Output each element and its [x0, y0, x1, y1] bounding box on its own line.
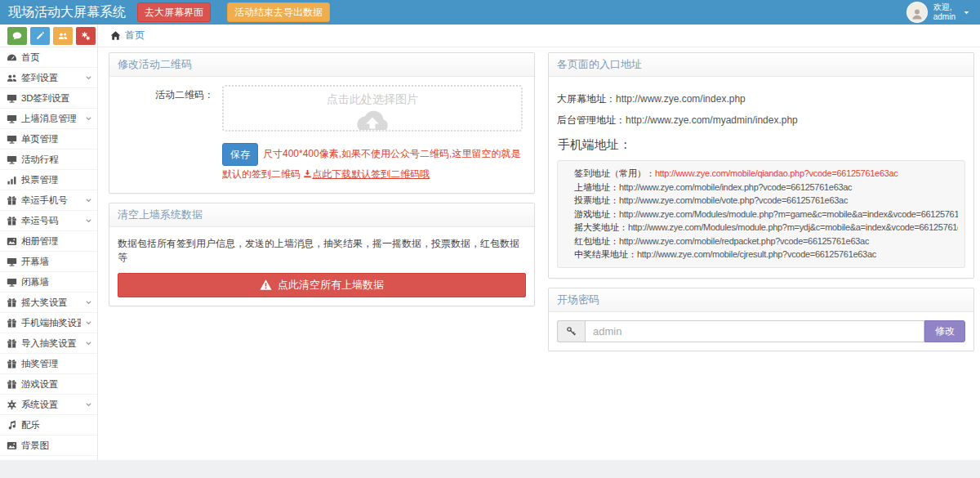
sidebar-item[interactable]: 相册管理: [0, 231, 97, 252]
clear-description: 数据包括所有签到用户信息，发送的上墙消息，抽奖结果，摇一摇数据，投票数据，红包数…: [118, 237, 526, 265]
desktop-icon: [7, 134, 17, 145]
download-default-qr-link[interactable]: 点此下载默认签到二维码哦: [312, 168, 430, 180]
sidebar-item[interactable]: 投票管理: [0, 170, 97, 190]
export-data-button[interactable]: 活动结束去导出数据: [227, 2, 330, 22]
right-column: 各页面的入口地址 大屏幕地址：http://www.zye.com/index.…: [548, 52, 974, 360]
entry-urls-panel: 各页面的入口地址 大屏幕地址：http://www.zye.com/index.…: [548, 52, 974, 279]
admin-url-link[interactable]: http://www.zye.com/myadmin/index.php: [626, 114, 798, 126]
sidebar-item[interactable]: 首页: [0, 47, 97, 68]
caret-down-icon: [963, 9, 970, 16]
sidebar-item[interactable]: 上墙消息管理: [0, 109, 97, 129]
users-icon: [58, 31, 68, 41]
chevron-down-icon: [85, 340, 92, 347]
sidebar-item[interactable]: 幸运手机号: [0, 190, 97, 211]
sidebar-item[interactable]: 背景图: [0, 436, 97, 456]
qr-upload-dropzone[interactable]: 点击此处选择图片: [222, 85, 523, 132]
desktop-icon: [7, 277, 17, 288]
gift-icon: [7, 195, 17, 206]
mobile-url-line: 红包地址：http://www.zye.com/mobile/redpacket…: [574, 235, 958, 248]
save-button[interactable]: 保存: [222, 143, 258, 166]
chevron-down-icon: [85, 299, 92, 306]
sidebar-item[interactable]: 配乐: [0, 415, 97, 436]
sidebar-item[interactable]: 摇大奖设置: [0, 293, 97, 313]
avatar[interactable]: [906, 2, 928, 23]
quick-buttons: [0, 25, 98, 47]
gift-icon: [7, 338, 17, 349]
sidebar-item[interactable]: 手机端抽奖设置: [0, 313, 97, 333]
warning-icon: [260, 279, 272, 291]
sidebar-item[interactable]: 导入抽奖设置: [0, 333, 97, 354]
person-icon: [911, 7, 924, 20]
users-quick-button[interactable]: [53, 27, 73, 45]
sidebar-item[interactable]: 签到设置: [0, 68, 97, 88]
photo-icon: [7, 236, 17, 247]
mobile-urls-box: 签到地址（常用）：http://www.zye.com/mobile/qiand…: [557, 160, 965, 268]
sidebar-item[interactable]: 抽奖管理: [0, 354, 97, 374]
edit-quick-button[interactable]: [30, 27, 50, 45]
mobile-url-line: 签到地址（常用）：http://www.zye.com/mobile/qiand…: [574, 167, 958, 181]
sidebar-item[interactable]: 闭幕墙: [0, 272, 97, 293]
gift-icon: [7, 359, 17, 369]
sidebar-item[interactable]: 系统设置: [0, 395, 97, 415]
users-icon: [7, 73, 17, 83]
user-dropdown[interactable]: 欢迎, admin: [906, 2, 980, 23]
mobile-url-link[interactable]: http://www.zye.com/mobile/vote.php?vcode…: [619, 195, 848, 205]
clear-all-data-button[interactable]: 点此清空所有上墙数据: [118, 273, 526, 297]
go-bigscreen-button[interactable]: 去大屏幕界面: [137, 2, 211, 22]
breadcrumb-home-link[interactable]: 首页: [125, 29, 145, 42]
gift-icon: [7, 379, 17, 390]
chevron-down-icon: [85, 115, 92, 123]
mobile-url-line: 摇大奖地址：http://www.zye.com/Modules/module.…: [574, 221, 958, 235]
mobile-url-line: 游戏地址：http://www.zye.com/Modules/module.p…: [574, 208, 958, 221]
gift-icon: [7, 318, 17, 328]
main-area: 首页 签到设置 3D签到设置 上墙消息管理 单页管理 活动行程 投票管理 幸运手…: [0, 47, 980, 460]
cogs-icon: [81, 31, 91, 41]
message-quick-button[interactable]: [7, 27, 27, 45]
home-icon: [110, 30, 121, 41]
sidebar-item[interactable]: 游戏设置: [0, 374, 97, 395]
mobile-url-link[interactable]: http://www.zye.com/Modules/module.php?m=…: [619, 209, 958, 219]
desktop-icon: [7, 114, 17, 124]
chevron-down-icon: [85, 319, 92, 327]
chevron-down-icon: [85, 197, 92, 204]
mobile-url-link[interactable]: http://www.zye.com/mobile/index.php?vcod…: [619, 182, 852, 192]
cloud-upload-icon: [354, 108, 390, 132]
sidebar-item[interactable]: 单页管理: [0, 129, 97, 150]
opening-password-input[interactable]: [585, 320, 924, 342]
sidebar-item[interactable]: 幸运号码: [0, 211, 97, 231]
qr-panel: 修改活动二维码 活动二维码： 点击此处选择图片 保存尺寸400*400像素,如果…: [109, 52, 535, 194]
mobile-url-link[interactable]: http://www.zye.com/mobile/qiandao.php?vc…: [655, 168, 898, 178]
qr-code-label: 活动二维码：: [118, 85, 222, 132]
sidebar-item[interactable]: 3D签到设置: [0, 88, 97, 109]
admin-url-line: 后台管理地址：http://www.zye.com/myadmin/index.…: [557, 114, 965, 127]
sidebar-item[interactable]: 活动行程: [0, 150, 97, 170]
bigscreen-url-link[interactable]: http://www.zye.com/index.php: [616, 93, 746, 105]
app-title: 现场活动大屏幕系统: [0, 4, 137, 21]
mobile-url-line: 中奖结果地址：http://www.zye.com/mobile/cjresul…: [574, 248, 958, 261]
sidebar-item[interactable]: 开幕墙: [0, 252, 97, 272]
mobile-url-link[interactable]: http://www.zye.com/Modules/module.php?m=…: [628, 222, 958, 232]
chevron-down-icon: [85, 217, 92, 225]
app-window: 现场活动大屏幕系统 去大屏幕界面 活动结束去导出数据 欢迎, admin 首页: [0, 0, 980, 460]
settings-quick-button[interactable]: [76, 27, 96, 45]
desktop-icon: [7, 154, 17, 165]
opening-password-panel: 开场密码 修改: [548, 288, 974, 351]
chevron-down-icon: [85, 74, 92, 82]
mobile-url-line: 上墙地址：http://www.zye.com/mobile/index.php…: [574, 181, 958, 194]
gear-icon: [7, 400, 17, 410]
qr-panel-title: 修改活动二维码: [109, 53, 534, 77]
entry-panel-title: 各页面的入口地址: [549, 53, 973, 77]
mobile-url-link[interactable]: http://www.zye.com/mobile/redpacket.php?…: [619, 236, 869, 246]
desktop-icon: [7, 257, 17, 267]
chevron-down-icon: [85, 401, 92, 409]
key-addon: [557, 320, 585, 342]
sidebar-menu: 首页 签到设置 3D签到设置 上墙消息管理 单页管理 活动行程 投票管理 幸运手…: [0, 47, 98, 460]
modify-password-button[interactable]: 修改: [924, 320, 965, 342]
clear-panel-title: 清空上墙系统数据: [109, 203, 534, 227]
left-column: 修改活动二维码 活动二维码： 点击此处选择图片 保存尺寸400*400像素,如果…: [109, 52, 535, 315]
clear-data-panel: 清空上墙系统数据 数据包括所有签到用户信息，发送的上墙消息，抽奖结果，摇一摇数据…: [109, 203, 535, 306]
welcome-text: 欢迎, admin: [933, 2, 956, 23]
desktop-icon: [7, 93, 17, 104]
sub-toolbar: 首页: [0, 25, 980, 47]
mobile-url-link[interactable]: http://www.zye.com/mobile/cjresult.php?v…: [637, 249, 876, 259]
